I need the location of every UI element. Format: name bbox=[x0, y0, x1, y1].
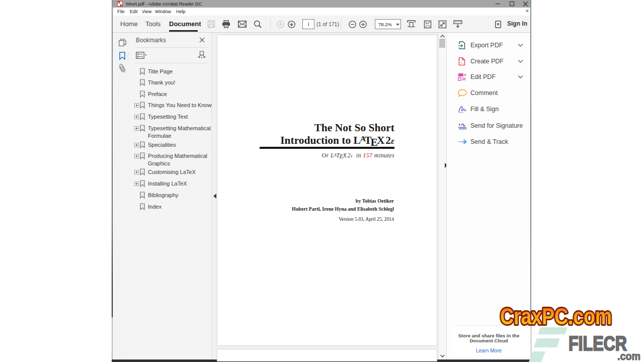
svg-text:.com: .com bbox=[617, 350, 640, 362]
